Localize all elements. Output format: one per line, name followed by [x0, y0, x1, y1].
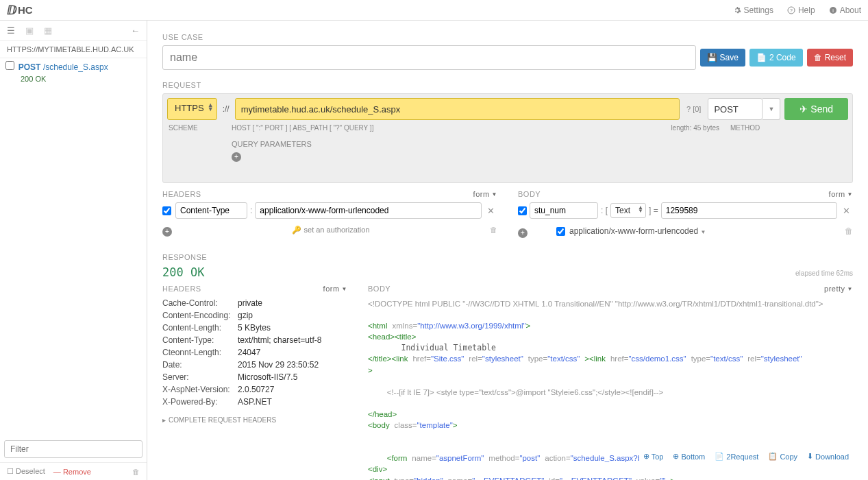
- caret-right-icon: ▸: [162, 416, 166, 424]
- trash-icon[interactable]: 🗑: [132, 468, 140, 476]
- clear-headers-icon[interactable]: 🗑: [490, 226, 497, 234]
- grid-view-icon[interactable]: ▦: [44, 25, 52, 36]
- save-button[interactable]: 💾Save: [700, 49, 745, 67]
- enc-checkbox[interactable]: [556, 227, 565, 236]
- header-value[interactable]: [255, 202, 482, 219]
- collapse-icon[interactable]: ←: [131, 25, 140, 36]
- code-button[interactable]: 📄2 Code: [749, 49, 803, 67]
- response-header-row: Content-Encoding:gzip: [162, 309, 347, 322]
- help-link[interactable]: ?Help: [787, 5, 815, 15]
- add-qp-button[interactable]: +: [232, 152, 241, 162]
- method-caret[interactable]: ▼: [762, 98, 780, 120]
- headers-label: HEADERS: [162, 190, 201, 198]
- deselect-button[interactable]: ☐ Deselect: [7, 467, 45, 476]
- download-button[interactable]: ⬇ Download: [807, 452, 849, 461]
- response-header-row: X-AspNet-Version:2.0.50727: [162, 383, 347, 396]
- add-body-param-button[interactable]: +: [518, 228, 528, 238]
- bottom-button[interactable]: ⊕ Bottom: [673, 452, 705, 461]
- caret-down-icon: ▼: [492, 191, 497, 197]
- list-view-icon[interactable]: ☰: [7, 25, 15, 36]
- help-icon: ?: [787, 6, 795, 14]
- complete-headers-toggle[interactable]: ▸COMPLETE REQUEST HEADERS: [162, 416, 347, 424]
- url-input[interactable]: [235, 98, 680, 120]
- host-sublabel: HOST [ ":" PORT ] [ ABS_PATH [ "?" QUERY…: [216, 124, 662, 132]
- method-sublabel: METHOD: [723, 124, 847, 132]
- response-label: RESPONSE: [162, 253, 853, 261]
- clear-body-icon[interactable]: 🗑: [845, 226, 853, 236]
- body-param-enabled[interactable]: [518, 206, 527, 215]
- gear-icon: [733, 6, 741, 14]
- header-key[interactable]: [175, 202, 247, 219]
- caret-down-icon: ▼: [342, 286, 347, 292]
- save-icon: 💾: [707, 53, 717, 62]
- response-header-row: Cteonnt-Length:24047: [162, 346, 347, 359]
- updown-icon: ▲▼: [208, 103, 214, 111]
- settings-link[interactable]: Settings: [733, 5, 773, 15]
- top-button[interactable]: ⊕ Top: [643, 452, 664, 461]
- method-select[interactable]: POST: [708, 98, 762, 120]
- resp-headers-mode[interactable]: form ▼: [323, 285, 347, 293]
- copy-button[interactable]: 📋 Copy: [768, 452, 797, 461]
- body-param-type[interactable]: Text▲▼: [610, 203, 646, 218]
- set-auth-link[interactable]: 🔑 set an authorization: [177, 226, 484, 235]
- body-label: BODY: [518, 190, 541, 198]
- resp-body-label: BODY: [368, 285, 390, 293]
- logo: ⅅDHCHC: [7, 3, 33, 18]
- body-param-value[interactable]: [661, 202, 837, 219]
- sidebar: ☰ ▣ ▦ ← HTTPS://MYTIMETABLE.HUD.AC.UK PO…: [0, 21, 147, 480]
- headers-mode[interactable]: form ▼: [473, 190, 497, 198]
- header-enabled[interactable]: [162, 206, 171, 215]
- info-icon: i: [829, 6, 837, 14]
- code-icon: 📄: [756, 53, 767, 62]
- topbar: ⅅDHCHC Settings ?Help iAbout: [0, 0, 868, 21]
- response-header-row: Content-Type:text/html; charset=utf-8: [162, 334, 347, 346]
- reset-icon: 🗑: [814, 53, 822, 62]
- filter-input[interactable]: [4, 440, 142, 458]
- response-status: 200 OK: [162, 265, 853, 279]
- scheme-select[interactable]: HTTPS▲▼: [167, 98, 217, 120]
- caret-down-icon: ▼: [847, 191, 853, 197]
- remove-body-param-icon[interactable]: ✕: [840, 206, 853, 216]
- body-actions: ⊕ Top ⊕ Bottom 📄 2Request 📋 Copy ⬇ Downl…: [639, 449, 853, 464]
- enc-label[interactable]: application/x-www-form-urlencoded ▼: [569, 226, 706, 236]
- remove-header-icon[interactable]: ✕: [484, 206, 497, 216]
- sidebar-item-checkbox[interactable]: [5, 61, 14, 70]
- response-header-row: Date:2015 Nov 29 23:50:52: [162, 359, 347, 371]
- updown-icon: ▲▼: [638, 206, 643, 213]
- response-header-row: Content-Length:5 KBytes: [162, 322, 347, 334]
- 2request-button[interactable]: 📄 2Request: [715, 452, 758, 461]
- response-headers-table: Cache-Control:privateContent-Encoding:gz…: [162, 297, 347, 408]
- query-badge[interactable]: ? [0]: [684, 98, 704, 120]
- body-mode[interactable]: form ▼: [829, 190, 853, 198]
- about-link[interactable]: iAbout: [829, 5, 861, 15]
- scheme-separator: ://: [221, 98, 231, 120]
- request-box: HTTPS▲▼ :// ? [0] POST ▼ ✈Send SCHEME HO…: [162, 93, 853, 183]
- usecase-name-input[interactable]: [162, 45, 696, 70]
- qp-label: QUERY PARAMETERS: [232, 140, 847, 148]
- content: USE CASE 💾Save 📄2 Code 🗑Reset REQUEST HT…: [147, 21, 868, 480]
- body-param-key[interactable]: [530, 202, 598, 219]
- send-button[interactable]: ✈Send: [784, 98, 848, 120]
- send-icon: ✈: [799, 104, 808, 115]
- add-header-button[interactable]: +: [162, 227, 172, 237]
- scheme-sublabel: SCHEME: [169, 124, 216, 132]
- request-label: REQUEST: [162, 81, 853, 89]
- caret-down-icon: ▼: [847, 286, 853, 292]
- resp-body-mode[interactable]: pretty ▼: [824, 285, 853, 293]
- archive-icon[interactable]: ▣: [25, 25, 34, 36]
- sidebar-request-item[interactable]: POST /schedule_S.aspx: [0, 58, 147, 73]
- remove-button[interactable]: — Remove: [53, 468, 91, 476]
- response-header-row: Server:Microsoft-IIS/7.5: [162, 371, 347, 383]
- caret-down-icon: ▼: [700, 229, 706, 235]
- svg-text:?: ?: [790, 8, 793, 12]
- reset-button[interactable]: 🗑Reset: [807, 49, 853, 67]
- elapsed-time: elapsed time 62ms: [795, 269, 853, 277]
- response-header-row: X-Powered-By:ASP.NET: [162, 396, 347, 408]
- response-header-row: Cache-Control:private: [162, 297, 347, 309]
- usecase-label: USE CASE: [162, 33, 853, 41]
- sidebar-item-status: 200 OK: [0, 73, 147, 87]
- resp-headers-label: HEADERS: [162, 285, 201, 293]
- length-sublabel: length: 45 bytes: [662, 124, 723, 132]
- sidebar-host[interactable]: HTTPS://MYTIMETABLE.HUD.AC.UK: [0, 41, 147, 58]
